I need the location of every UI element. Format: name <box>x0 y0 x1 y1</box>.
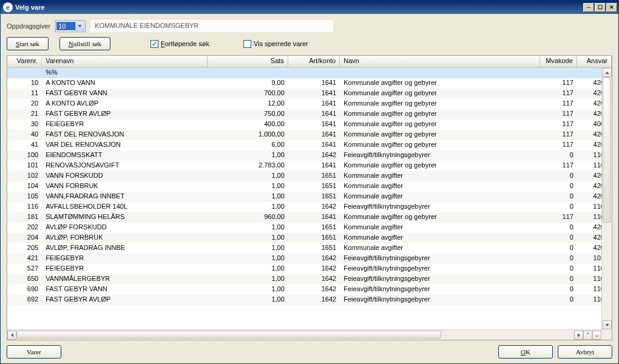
table-row[interactable]: 205AVLØP, FRADRAG INNBE1,001651Kommunale… <box>7 243 612 254</box>
cell-artkonto: 1642 <box>288 274 340 285</box>
cell-mvakode: 0 <box>540 223 577 233</box>
col-navn[interactable]: Navn <box>340 56 540 67</box>
vertical-scrollbar[interactable] <box>601 68 612 329</box>
oppdragsgiver-name: KOMMUNALE EIENDOMSGEBYR <box>90 20 333 32</box>
cell-sats: 960,00 <box>208 212 288 223</box>
table-row[interactable]: 102VANN FORSKUDD1,001651Kommunale avgift… <box>7 171 612 181</box>
oppdragsgiver-code[interactable]: 10 <box>56 22 75 30</box>
scroll-track[interactable] <box>602 77 612 320</box>
table-row[interactable]: 20A KONTO AVLØP12,001641Kommunale avgift… <box>7 99 612 109</box>
table-row[interactable]: 116AVFALLSBEHOLDER 140L1,001642Feieavgif… <box>7 202 612 212</box>
scroll-track[interactable] <box>16 330 574 340</box>
checkbox-icon[interactable] <box>243 40 251 48</box>
cell-varenr: 116 <box>7 202 42 212</box>
cell-sats: 1,00 <box>208 202 288 212</box>
col-artkonto[interactable]: Art/konto <box>288 56 340 67</box>
cell-varenavn: FAST GEBYR AVLØP <box>42 109 208 120</box>
col-ansvar[interactable]: Ansvar <box>577 56 612 67</box>
cell-sats: 1,00 <box>208 171 288 181</box>
cell-navn: Kommunale avgifter og gebyrer <box>340 89 540 99</box>
table-row[interactable]: 30FEIEGEBYR400,001641Kommunale avgifter … <box>7 120 612 130</box>
cell-sats: 6,00 <box>208 140 288 150</box>
chevron-down-icon[interactable] <box>75 21 84 31</box>
nullstill-sok-button[interactable]: Nullstill søk <box>59 37 110 50</box>
table-row[interactable]: 181SLAMTØMMING HELÅRS960,001641Kommunale… <box>7 212 612 223</box>
scroll-thumb[interactable] <box>603 77 611 223</box>
close-button[interactable]: ✕ <box>606 3 617 12</box>
table-row[interactable]: 100EIENDOMSSKATT1,001642Feieavgift/tilkn… <box>7 150 612 161</box>
checkbox-icon[interactable] <box>151 40 158 48</box>
cell-varenr: 527 <box>7 264 42 274</box>
cell-sats: 1,00 <box>208 243 288 254</box>
scroll-down-icon[interactable] <box>603 320 612 329</box>
scroll-right-icon[interactable] <box>574 331 583 340</box>
vis-sperrede-label: Vis sperrede varer <box>254 40 308 47</box>
cell-mvakode: 0 <box>540 150 577 161</box>
cell-artkonto: 1642 <box>288 295 340 305</box>
nullstill-sok-label: ullstill søk <box>73 40 101 47</box>
cell-navn: Feieavgift/tilknytningsgebyrer <box>340 202 540 212</box>
table-row[interactable]: 421FEIEGEBYR1,001642Feieavgift/tilknytni… <box>7 254 612 264</box>
vis-sperrede-check[interactable]: Vis sperrede varer <box>243 40 308 48</box>
cell-artkonto: 1641 <box>288 99 340 109</box>
varer-button[interactable]: Varer <box>7 345 61 359</box>
table-row[interactable]: 40FAST DEL RENOVASJON1.000,001641Kommuna… <box>7 130 612 140</box>
cell-sats: 700,00 <box>208 89 288 99</box>
table-row[interactable]: 690FAST GEBYR VANN1,001642Feieavgift/til… <box>7 285 612 295</box>
cell-varenr: 20 <box>7 99 42 109</box>
col-sats[interactable]: Sats <box>208 56 288 67</box>
cell-navn: Kommunale avgifter og gebyrer <box>340 109 540 120</box>
start-sok-button[interactable]: Start søk <box>7 37 49 50</box>
table-row[interactable]: 202AVLØP FORSKUDD1,001651Kommunale avgif… <box>7 223 612 233</box>
avbryt-button[interactable]: Avbryt <box>558 345 612 359</box>
table-row[interactable]: 105VANN,FRADRAG INNBET1,001651Kommunale … <box>7 192 612 202</box>
cell-varenavn: FAST DEL RENOVASJON <box>42 130 208 140</box>
cell-varenavn: A KONTO VANN <box>42 78 208 89</box>
table-row[interactable]: 101RENOVASJONSAVGIFT2.783,001641Kommunal… <box>7 161 612 171</box>
cell-navn: Kommunale avgifter og gebyrer <box>340 99 540 109</box>
cell-varenr: 101 <box>7 161 42 171</box>
cell-artkonto: 1641 <box>288 120 340 130</box>
cell-navn: Feieavgift/tilknytningsgebyrer <box>340 295 540 305</box>
scroll-left-icon[interactable] <box>7 331 16 340</box>
col-varenavn[interactable]: Varenavn <box>42 56 208 67</box>
table-row[interactable]: 10A KONTO VANN9,001641Kommunale avgifter… <box>7 78 612 89</box>
cell-sats: 12,00 <box>208 99 288 109</box>
col-varenr[interactable]: Varenr. <box>7 56 42 67</box>
cell-mvakode: 117 <box>540 109 577 120</box>
cell-artkonto: 1651 <box>288 223 340 233</box>
ok-button[interactable]: OK <box>498 345 553 359</box>
cell-filter[interactable]: %% <box>42 68 208 78</box>
table-row[interactable]: 41VAR DEL RENOVASJON6,001641Kommunale av… <box>7 140 612 150</box>
cell-artkonto: 1651 <box>288 181 340 192</box>
table-row[interactable]: 11FAST GEBYR VANN700,001641Kommunale avg… <box>7 89 612 99</box>
table-row[interactable]: 650VANNMÅLERGEBYR1,001642Feieavgift/tilk… <box>7 274 612 285</box>
cell-mvakode: 0 <box>540 192 577 202</box>
cell-varenavn: SLAMTØMMING HELÅRS <box>42 212 208 223</box>
oppdragsgiver-combo[interactable]: 10 <box>55 20 86 32</box>
cell-sats: 1,00 <box>208 150 288 161</box>
table-row[interactable]: 527FEIEGEBYR1,001642Feieavgift/tilknytni… <box>7 264 612 274</box>
table-row[interactable]: 21FAST GEBYR AVLØP750,001641Kommunale av… <box>7 109 612 120</box>
cell-varenavn: AVFALLSBEHOLDER 140L <box>42 202 208 212</box>
table-row[interactable]: 104VANN FORBRUK1,001651Kommunale avgifte… <box>7 181 612 192</box>
cell-sats: 1,00 <box>208 295 288 305</box>
cell-varenavn: RENOVASJONSAVGIFT <box>42 161 208 171</box>
minimize-button[interactable]: ─ <box>583 3 594 12</box>
col-mvakode[interactable]: Mvakode <box>540 56 577 67</box>
scroll-up-icon[interactable] <box>603 68 612 77</box>
expand-down-icon[interactable]: ⌄ <box>592 331 601 340</box>
scroll-thumb[interactable] <box>16 331 441 339</box>
footer: Varer OK Avbryt <box>7 340 612 359</box>
horizontal-scrollbar[interactable]: ⌃ ⌄ <box>7 329 601 340</box>
maximize-button[interactable]: ☐ <box>595 3 606 12</box>
cell-sats: 1,00 <box>208 181 288 192</box>
filter-row[interactable]: %% <box>7 68 612 78</box>
fortlopende-check[interactable]: Fortløpende søk <box>151 40 209 48</box>
table-row[interactable]: 692FAST GEBYR AVLØP1,001642Feieavgift/ti… <box>7 295 612 305</box>
cell-varenr[interactable] <box>7 68 42 78</box>
svg-marker-4 <box>578 333 580 337</box>
table-row[interactable]: 204AVLØP, FORBRUK1,001651Kommunale avgif… <box>7 233 612 243</box>
cell-navn: Feieavgift/tilknytningsgebyrer <box>340 254 540 264</box>
expand-up-icon[interactable]: ⌃ <box>583 331 592 340</box>
